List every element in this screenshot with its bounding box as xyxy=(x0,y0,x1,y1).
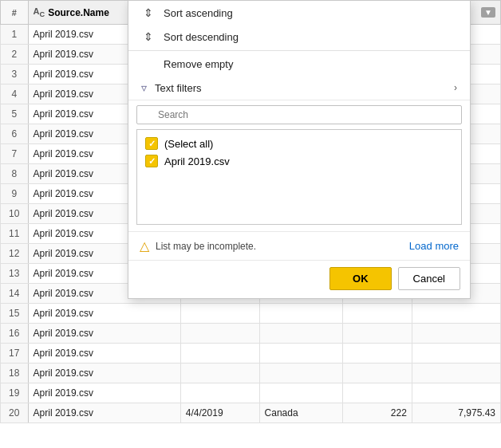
date-cell: 4/4/2019 xyxy=(180,403,259,423)
april-csv-checkmark: ✓ xyxy=(148,157,156,166)
chevron-right-icon: › xyxy=(454,82,457,93)
units-cell xyxy=(343,344,412,364)
table-row: 16 April 2019.csv xyxy=(1,324,501,344)
revenue-cell: 7,975.43 xyxy=(412,403,500,423)
revenue-cell xyxy=(412,383,500,403)
sourcename-cell: April 2019.csv xyxy=(28,324,180,344)
row-num-cell: 20 xyxy=(1,403,29,423)
row-num-cell: 11 xyxy=(1,224,29,244)
row-num-cell: 15 xyxy=(1,304,29,324)
april-csv-checkbox[interactable]: ✓ xyxy=(145,155,158,167)
units-cell xyxy=(343,304,412,324)
revenue-cell xyxy=(412,324,500,344)
search-container: 🔍 xyxy=(128,100,470,129)
text-filters-label: Text filters xyxy=(155,82,202,94)
select-all-checkmark: ✓ xyxy=(148,140,156,148)
row-num-cell: 5 xyxy=(1,104,29,124)
sort-asc-icon: ⇕ xyxy=(141,6,156,19)
warning-text: List may be incomplete. xyxy=(156,241,256,252)
row-num-cell: 9 xyxy=(1,184,29,204)
ok-button[interactable]: OK xyxy=(329,267,392,290)
row-num-cell: 12 xyxy=(1,244,29,264)
row-num-cell: 4 xyxy=(1,84,29,104)
footer-warning: △ List may be incomplete. Load more xyxy=(128,231,470,260)
revenue-cell xyxy=(412,344,500,364)
table-row: 18 April 2019.csv xyxy=(1,364,501,383)
select-all-label: (Select all) xyxy=(164,138,213,150)
sourcename-cell: April 2019.csv xyxy=(28,383,180,403)
sourcename-label: Source.Name xyxy=(48,7,109,18)
country-cell xyxy=(259,304,343,324)
button-row: OK Cancel xyxy=(128,260,470,298)
revenue-cell xyxy=(412,364,500,383)
table-row: 20 April 2019.csv 4/4/2019 Canada 222 7,… xyxy=(1,403,501,423)
units-cell: 222 xyxy=(343,403,412,423)
sort-ascending-label: Sort ascending xyxy=(164,7,233,19)
row-number-header: # xyxy=(1,1,29,25)
warning-left: △ List may be incomplete. xyxy=(140,238,256,253)
row-num-icon: # xyxy=(12,8,17,18)
row-num-cell: 2 xyxy=(1,45,29,65)
sourcename-cell: April 2019.csv xyxy=(28,304,180,324)
revenue-cell xyxy=(412,304,500,324)
country-cell xyxy=(259,364,343,383)
sort-ascending-item[interactable]: ⇕ Sort ascending xyxy=(128,1,470,25)
sort-descending-label: Sort descending xyxy=(164,31,239,43)
table-row: 15 April 2019.csv xyxy=(1,304,501,324)
date-cell xyxy=(180,304,259,324)
row-num-cell: 13 xyxy=(1,264,29,284)
date-cell xyxy=(180,364,259,383)
sort-descending-item[interactable]: ⇕ Sort descending xyxy=(128,25,470,49)
load-more-button[interactable]: Load more xyxy=(409,240,459,252)
revenue-dropdown-btn[interactable]: ▼ xyxy=(481,7,495,18)
select-all-item[interactable]: ✓ (Select all) xyxy=(140,135,458,152)
country-cell xyxy=(259,324,343,344)
text-filters-item[interactable]: ▿ Text filters › xyxy=(128,76,470,100)
row-num-cell: 8 xyxy=(1,164,29,184)
date-cell xyxy=(180,324,259,344)
warning-icon: △ xyxy=(140,238,149,253)
units-cell xyxy=(343,364,412,383)
row-num-cell: 3 xyxy=(1,65,29,84)
menu-divider-1 xyxy=(128,50,470,51)
country-cell: Canada xyxy=(259,403,343,423)
sourcename-type-icon: AC xyxy=(34,6,45,18)
country-cell xyxy=(259,383,343,403)
checkbox-list: ✓ (Select all) ✓ April 2019.csv xyxy=(136,129,462,225)
text-filters-icon: ▿ xyxy=(141,81,147,94)
row-num-cell: 19 xyxy=(1,383,29,403)
row-num-cell: 6 xyxy=(1,124,29,144)
row-num-cell: 1 xyxy=(1,25,29,45)
search-wrapper: 🔍 xyxy=(136,105,462,124)
country-cell xyxy=(259,344,343,364)
table-row: 17 April 2019.csv xyxy=(1,344,501,364)
remove-empty-label: Remove empty xyxy=(164,58,233,70)
sourcename-cell: April 2019.csv xyxy=(28,344,180,364)
april-csv-label: April 2019.csv xyxy=(164,155,230,167)
cancel-button[interactable]: Cancel xyxy=(398,267,460,290)
row-num-cell: 18 xyxy=(1,364,29,383)
row-num-cell: 7 xyxy=(1,144,29,164)
sort-desc-icon: ⇕ xyxy=(141,30,156,43)
row-num-cell: 14 xyxy=(1,284,29,304)
row-num-cell: 10 xyxy=(1,204,29,224)
april-csv-item[interactable]: ✓ April 2019.csv xyxy=(140,152,458,170)
search-input[interactable] xyxy=(136,105,462,124)
row-num-cell: 17 xyxy=(1,344,29,364)
table-row: 19 April 2019.csv xyxy=(1,383,501,403)
remove-empty-item[interactable]: Remove empty xyxy=(128,53,470,76)
sourcename-cell: April 2019.csv xyxy=(28,403,180,423)
units-cell xyxy=(343,383,412,403)
filter-dropdown-panel: ⇕ Sort ascending ⇕ Sort descending Remov… xyxy=(128,0,471,299)
date-cell xyxy=(180,344,259,364)
select-all-checkbox[interactable]: ✓ xyxy=(145,137,158,150)
sourcename-cell: April 2019.csv xyxy=(28,364,180,383)
row-num-cell: 16 xyxy=(1,324,29,344)
units-cell xyxy=(343,324,412,344)
date-cell xyxy=(180,383,259,403)
